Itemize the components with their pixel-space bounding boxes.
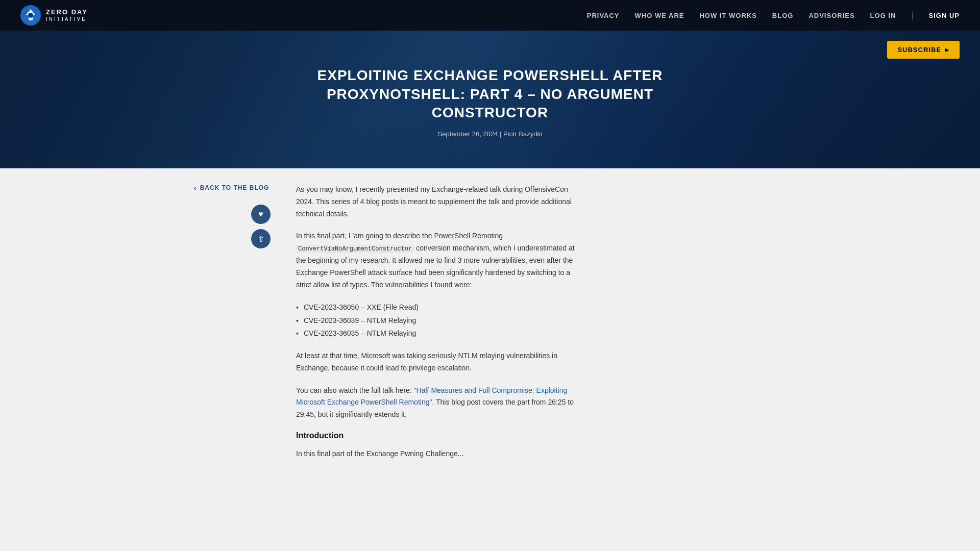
content-wrapper: ‹ BACK TO THE BLOG ♥ ⇧ As you may know, … <box>184 168 796 486</box>
nav-privacy[interactable]: PRIVACY <box>587 12 620 19</box>
back-to-blog-link[interactable]: ‹ BACK TO THE BLOG <box>194 184 276 192</box>
rss-icon: ▸ <box>945 46 949 54</box>
article-p3: At least at that time, Microsoft was tak… <box>296 350 577 374</box>
list-item: CVE-2023-36050 – XXE (File Read) <box>296 301 577 314</box>
navigation: ZERO DAY INITIATIVE PRIVACY WHO WE ARE H… <box>0 0 980 31</box>
section-intro-body: In this final part of the Exchange Pwnin… <box>296 448 577 460</box>
nav-links: PRIVACY WHO WE ARE HOW IT WORKS BLOG ADV… <box>587 11 960 20</box>
cve-list: CVE-2023-36050 – XXE (File Read) CVE-202… <box>296 301 577 340</box>
nav-advisories[interactable]: ADVISORIES <box>808 12 854 19</box>
subscribe-label: SUBSCRIBE <box>897 46 941 54</box>
share-button[interactable]: ⇧ <box>251 229 271 248</box>
article-meta: September 26, 2024 | Piotr Bazydło <box>438 130 543 138</box>
nav-blog[interactable]: BLOG <box>772 12 794 19</box>
nav-signup[interactable]: SIGN UP <box>929 12 960 19</box>
share-icon: ⇧ <box>258 234 264 244</box>
article-intro-p2: In this final part, I 'am going to descr… <box>296 230 577 291</box>
section-intro-title: Introduction <box>296 431 577 440</box>
article-p4: You can also watch the full talk here: "… <box>296 385 577 421</box>
p4-pre: You can also watch the full talk here: <box>296 386 414 394</box>
logo-link[interactable]: ZERO DAY INITIATIVE <box>20 5 88 26</box>
nav-login[interactable]: LOG IN <box>870 12 896 19</box>
back-label: BACK TO THE BLOG <box>200 184 270 191</box>
logo-text-initiative: INITIATIVE <box>46 16 88 22</box>
nav-how-it-works[interactable]: HOW IT WORKS <box>699 12 756 19</box>
article-intro-p1: As you may know, I recently presented my… <box>296 184 577 220</box>
svg-point-1 <box>28 13 33 18</box>
list-item: CVE-2023-36039 – NTLM Relaying <box>296 314 577 327</box>
article-title: EXPLOITING EXCHANGE POWERSHELL AFTER PRO… <box>311 66 669 122</box>
article-body: As you may know, I recently presented my… <box>296 184 577 470</box>
heart-icon: ♥ <box>258 210 263 219</box>
nav-who-we-are[interactable]: WHO WE ARE <box>635 12 684 19</box>
nav-divider: | <box>911 11 913 19</box>
intro-p2-text: In this final part, I 'am going to descr… <box>296 232 503 240</box>
social-buttons: ♥ ⇧ <box>194 205 276 248</box>
sidebar: ‹ BACK TO THE BLOG ♥ ⇧ <box>194 184 276 470</box>
subscribe-button[interactable]: SUBSCRIBE ▸ <box>887 41 960 59</box>
code-convert: ConvertViaNoArgumentConstructor <box>296 245 414 253</box>
list-item: CVE-2023-36035 – NTLM Relaying <box>296 327 577 340</box>
like-button[interactable]: ♥ <box>251 205 271 224</box>
back-arrow-icon: ‹ <box>194 184 197 192</box>
hero-section: SUBSCRIBE ▸ EXPLOITING EXCHANGE POWERSHE… <box>0 31 980 168</box>
logo-text-zerday: ZERO DAY <box>46 9 88 16</box>
